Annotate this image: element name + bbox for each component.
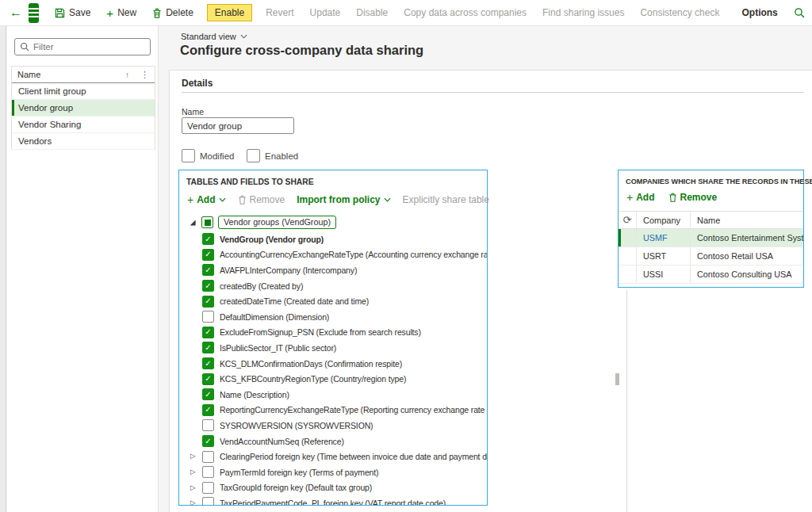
- tree-field-row[interactable]: ✓AVAFPLInterCompany (Intercompany): [179, 262, 487, 278]
- field-checkbox[interactable]: ✓: [202, 435, 214, 447]
- tree-field-row[interactable]: ✓createdBy (Created by): [179, 278, 487, 294]
- tree-field-row[interactable]: ▷PaymTermId foreign key (Terms of paymen…: [179, 464, 487, 480]
- field-checkbox[interactable]: ✓: [202, 233, 214, 245]
- sidebar-item-vendor-group[interactable]: Vendor group: [12, 100, 155, 117]
- tree-field-row[interactable]: ▷TaxPeriodPaymentCode_PL foreign key (VA…: [179, 495, 487, 505]
- field-checkbox[interactable]: [202, 482, 214, 494]
- chevron-down-icon: [219, 197, 226, 202]
- sidebar-item-vendor-sharing[interactable]: Vendor Sharing: [12, 117, 155, 133]
- find-sharing-issues-button[interactable]: Find sharing issues: [534, 0, 632, 26]
- companies-grid: ⟳ Company Name USMFContoso Entertainment…: [619, 211, 803, 284]
- field-checkbox[interactable]: ✓: [202, 404, 214, 416]
- collapsed-expander-icon[interactable]: ▷: [190, 468, 196, 476]
- field-checkbox[interactable]: ✓: [202, 264, 214, 276]
- tree-field-row[interactable]: ✓AccountingCurrencyExchangeRateType (Acc…: [179, 247, 487, 263]
- company-row-usmf[interactable]: USMFContoso Entertainment System: [619, 229, 803, 247]
- field-checkbox[interactable]: [202, 497, 214, 505]
- tree-field-row[interactable]: ✓IsPublicSector_IT (Public sector): [179, 340, 487, 356]
- field-checkbox[interactable]: [202, 466, 214, 478]
- tree-field-row[interactable]: ✓createdDateTime (Created date and time): [179, 293, 487, 309]
- field-checkbox[interactable]: [202, 311, 214, 323]
- import-from-policy-button[interactable]: Import from policy: [297, 194, 390, 205]
- filter-input[interactable]: [33, 42, 145, 52]
- field-checkbox[interactable]: ✓: [202, 373, 214, 385]
- explicitly-share-table-button[interactable]: Explicitly share table: [403, 194, 489, 205]
- tree-field-row[interactable]: ✓Name (Description): [179, 387, 487, 403]
- sidebar-item-vendors[interactable]: Vendors: [12, 133, 155, 150]
- tree-field-row[interactable]: SYSROWVERSION (SYSROWVERSION): [179, 418, 487, 434]
- panel-splitter-grip[interactable]: [615, 373, 619, 385]
- back-arrow-icon[interactable]: ←: [10, 6, 22, 20]
- tree-field-row[interactable]: ✓ReportingCurrencyExchangeRateType (Repo…: [179, 403, 487, 418]
- companies-panel-toolbar: + Add Remove: [626, 192, 795, 203]
- hamburger-menu-button[interactable]: [29, 3, 39, 23]
- company-row-usrt[interactable]: USRTContoso Retail USA: [619, 247, 803, 266]
- root-table-label: Vendor groups (VendGroup): [218, 216, 336, 229]
- field-label: ReportingCurrencyExchangeRateType (Repor…: [220, 405, 487, 415]
- disable-button[interactable]: Disable: [348, 0, 396, 26]
- tree-field-row[interactable]: ▷ClearingPeriod foreign key (Time betwee…: [179, 449, 487, 464]
- record-list: Name ↑ ⋮ Client limit groupVendor groupV…: [11, 66, 155, 150]
- options-button[interactable]: Options: [733, 0, 785, 26]
- company-id-cell[interactable]: USMF: [636, 229, 690, 246]
- field-checkbox[interactable]: ✓: [202, 249, 214, 261]
- refresh-icon[interactable]: ⟳: [623, 214, 632, 226]
- field-checkbox[interactable]: ✓: [202, 357, 214, 369]
- tree-field-row[interactable]: ✓VendAccountNumSeq (Reference): [179, 434, 487, 449]
- companies-panel-title: COMPANIES WHICH SHARE THE RECORDS IN THE…: [626, 178, 796, 185]
- collapsed-expander-icon[interactable]: ▷: [190, 499, 196, 505]
- sidebar-item-client-limit-group[interactable]: Client limit group: [12, 83, 155, 100]
- add-company-button[interactable]: + Add: [626, 192, 655, 203]
- remove-table-button[interactable]: Remove: [238, 194, 285, 205]
- company-id-cell[interactable]: USSI: [636, 266, 690, 283]
- copy-data-across-companies-button[interactable]: Copy data across companies: [396, 0, 534, 26]
- field-label: KCS_KFBCountryRegionType (Country/region…: [220, 374, 406, 384]
- remove-company-button[interactable]: Remove: [668, 192, 718, 203]
- tree-field-row[interactable]: ✓KCS_KFBCountryRegionType (Country/regio…: [179, 371, 487, 387]
- field-checkbox[interactable]: ✓: [202, 327, 214, 338]
- tree-field-row[interactable]: ✓KCS_DLMConfirmationDays (Confirmation r…: [179, 356, 487, 372]
- add-table-button[interactable]: + Add: [187, 194, 226, 205]
- collapsed-expander-icon[interactable]: ▷: [190, 452, 196, 460]
- field-label: ClearingPeriod foreign key (Time between…: [220, 452, 487, 461]
- field-label: SYSROWVERSION (SYSROWVERSION): [220, 421, 373, 430]
- update-button[interactable]: Update: [302, 0, 349, 26]
- view-selector[interactable]: Standard view: [181, 32, 247, 41]
- save-button[interactable]: Save: [47, 0, 98, 26]
- field-label: PaymTermId foreign key (Terms of payment…: [220, 468, 378, 477]
- enabled-checkbox[interactable]: [247, 149, 260, 162]
- company-id-cell[interactable]: USRT: [636, 247, 690, 265]
- field-label: AccountingCurrencyExchangeRateType (Acco…: [220, 250, 487, 259]
- field-checkbox[interactable]: ✓: [202, 296, 214, 308]
- sort-ascending-icon[interactable]: ↑: [125, 71, 129, 79]
- tree-field-row[interactable]: ✓ExcludeFromSignup_PSN (Exclude from sea…: [179, 325, 487, 341]
- field-label: ExcludeFromSignup_PSN (Exclude from sear…: [220, 327, 421, 337]
- name-field-input[interactable]: [182, 117, 294, 134]
- company-row-ussi[interactable]: USSIContoso Consulting USA: [619, 266, 803, 284]
- name-column-header[interactable]: Name: [690, 212, 803, 228]
- nav-rail: [0, 26, 6, 512]
- tree-field-row[interactable]: DefaultDimension (Dimension): [179, 309, 487, 325]
- sidebar-item-label: Vendors: [18, 136, 52, 146]
- company-column-header[interactable]: Company: [636, 212, 690, 228]
- more-options-icon[interactable]: ⋮: [140, 70, 149, 80]
- enable-button[interactable]: Enable: [207, 4, 252, 21]
- field-checkbox[interactable]: [202, 419, 214, 431]
- name-column-header[interactable]: Name: [17, 70, 125, 79]
- tree-field-row[interactable]: ▷TaxGroupId foreign key (Default tax gro…: [179, 480, 487, 496]
- new-button[interactable]: + New: [98, 0, 144, 26]
- field-checkbox[interactable]: ✓: [202, 388, 214, 400]
- modified-checkbox[interactable]: [182, 149, 195, 162]
- field-checkbox[interactable]: [202, 451, 214, 463]
- field-checkbox[interactable]: ✓: [202, 342, 214, 353]
- tree-field-row[interactable]: ✓VendGroup (Vendor group): [179, 231, 487, 247]
- delete-button[interactable]: Delete: [144, 0, 201, 26]
- field-checkbox[interactable]: ✓: [202, 280, 214, 292]
- tree-root-node[interactable]: Vendor groups (VendGroup): [179, 213, 487, 231]
- revert-button[interactable]: Revert: [258, 0, 301, 26]
- consistency-check-button[interactable]: Consistency check: [632, 0, 727, 26]
- save-icon: [55, 8, 65, 18]
- collapsed-expander-icon[interactable]: ▷: [190, 483, 196, 491]
- search-button[interactable]: [786, 7, 812, 18]
- root-table-checkbox[interactable]: [201, 216, 213, 228]
